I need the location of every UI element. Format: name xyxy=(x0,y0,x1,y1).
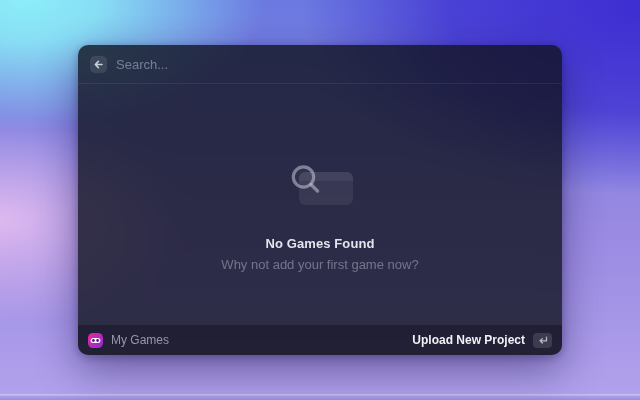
footer-bar: My Games Upload New Project xyxy=(78,324,562,355)
empty-state: No Games Found Why not add your first ga… xyxy=(78,84,562,324)
empty-state-title: No Games Found xyxy=(265,236,374,251)
game-library-window: No Games Found Why not add your first ga… xyxy=(78,45,562,355)
magnifier-glass-icon xyxy=(285,160,327,202)
upload-new-project-label: Upload New Project xyxy=(412,333,525,347)
footer-section: My Games xyxy=(88,333,169,348)
empty-state-subtitle: Why not add your first game now? xyxy=(221,257,418,272)
search-input[interactable] xyxy=(116,57,550,72)
enter-key-icon xyxy=(533,333,552,348)
goggles-app-logo-icon xyxy=(88,333,103,348)
arrow-left-icon xyxy=(93,59,104,70)
upload-new-project-button[interactable]: Upload New Project xyxy=(412,333,552,348)
footer-section-label: My Games xyxy=(111,333,169,347)
back-button[interactable] xyxy=(90,56,107,73)
desktop-bottom-edge xyxy=(0,394,640,400)
search-bar xyxy=(78,45,562,84)
magnifier-over-card-icon xyxy=(287,166,353,216)
